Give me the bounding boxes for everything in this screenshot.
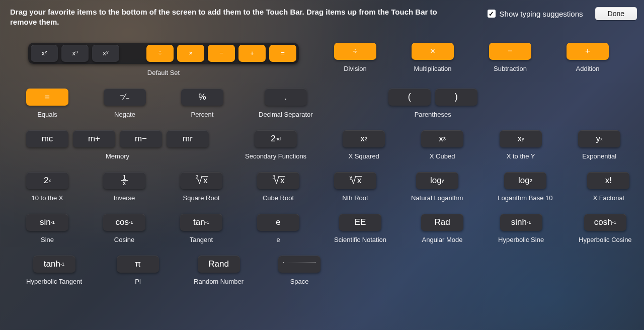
item-cube-root[interactable]: 3√x Cube Root <box>257 172 299 202</box>
key-sub: − <box>208 45 235 62</box>
item-multiplication[interactable]: × Multiplication <box>412 43 454 76</box>
key-mc: mc <box>26 130 68 147</box>
item-x-to-y[interactable]: xy X to the Y <box>500 130 542 160</box>
caption: Random Number <box>194 278 244 285</box>
item-inverse[interactable]: 1x Inverse <box>103 172 145 202</box>
ln-icon: logy <box>416 172 458 189</box>
ee-icon: EE <box>339 214 381 231</box>
caption: Hyperbolic Tangent <box>26 278 82 285</box>
cosh-icon: cosh-1 <box>584 214 626 231</box>
item-equals[interactable]: = Equals <box>26 89 68 118</box>
item-rad[interactable]: Rad Angular Mode <box>421 214 463 243</box>
item-memory[interactable]: mc m+ m− mr Memory <box>26 130 209 160</box>
item-cosine[interactable]: cos-1 Cosine <box>103 214 145 243</box>
caption: Natural Logarithm <box>411 194 463 202</box>
caption: Inverse <box>114 194 135 202</box>
secondary-icon: 2nd <box>255 130 297 147</box>
item-rand[interactable]: Rand Random Number <box>194 256 244 285</box>
caption: Secondary Functions <box>245 152 306 160</box>
minus-icon: − <box>489 43 531 60</box>
item-10-to-x[interactable]: 2x 10 to the X <box>26 172 68 202</box>
show-typing-label: Show typing suggestions <box>500 10 583 18</box>
caption: Cosine <box>114 236 134 243</box>
ten-to-x-icon: 2x <box>26 172 68 189</box>
item-square-root[interactable]: 2√x Square Root <box>180 172 222 202</box>
key-xy: xʸ <box>92 45 119 62</box>
caption: Division <box>344 65 367 72</box>
divide-icon: ÷ <box>334 43 376 60</box>
sqrt-icon: 2√x <box>180 172 222 189</box>
rad-icon: Rad <box>421 214 463 231</box>
item-space[interactable]: Space <box>278 256 320 285</box>
show-typing-suggestions-toggle[interactable]: ✓ Show typing suggestions <box>488 10 583 18</box>
x-cubed-icon: x3 <box>421 130 463 147</box>
touchbar-items-grid: x² x³ xʸ ÷ × − + = Default Set ÷ Divisio… <box>0 28 644 285</box>
cosine-icon: cos-1 <box>103 214 145 231</box>
sine-icon: sin-1 <box>26 214 68 231</box>
caption: Logarithm Base 10 <box>498 194 552 202</box>
item-sinh[interactable]: sinh-1 Hyperbolic Sine <box>498 214 544 243</box>
instructions-text: Drag your favorite items to the bottom o… <box>10 7 453 28</box>
key-eq: = <box>269 45 296 62</box>
caption: Tangent <box>190 236 213 243</box>
multiply-icon: × <box>412 43 454 60</box>
item-negate[interactable]: ⁺⁄₋ Negate <box>104 89 146 118</box>
caption: Subtraction <box>494 65 527 72</box>
key-mul: × <box>177 45 204 62</box>
caption: Hyperbolic Sine <box>498 236 544 243</box>
item-sine[interactable]: sin-1 Sine <box>26 214 68 243</box>
factorial-icon: x! <box>587 172 629 189</box>
key-mplus: m+ <box>73 130 115 147</box>
item-ee[interactable]: EE Scientific Notation <box>334 214 386 243</box>
item-log10[interactable]: log2 Logarithm Base 10 <box>498 172 552 202</box>
caption: Space <box>290 278 309 285</box>
item-tanh[interactable]: tanh-1 Hyperbolic Tangent <box>26 256 82 285</box>
paren-left-icon: ( <box>388 89 431 106</box>
key-x2: x² <box>31 45 58 62</box>
item-ln[interactable]: logy Natural Logarithm <box>411 172 463 202</box>
item-x-cubed[interactable]: x3 X Cubed <box>421 130 463 160</box>
caption: Pi <box>135 278 141 285</box>
item-exponential[interactable]: yx Exponential <box>578 130 620 160</box>
key-div: ÷ <box>146 45 174 62</box>
item-percent[interactable]: % Percent <box>181 89 223 118</box>
caption: Square Root <box>183 194 220 202</box>
item-parentheses[interactable]: ( ) Parentheses <box>388 89 477 118</box>
item-pi[interactable]: π Pi <box>117 256 159 285</box>
cbrt-icon: 3√x <box>257 172 299 189</box>
item-default-set[interactable]: x² x³ xʸ ÷ × − + = Default Set <box>28 43 299 76</box>
caption: Angular Mode <box>422 236 463 243</box>
key-mr: mr <box>167 130 209 147</box>
item-tangent[interactable]: tan-1 Tangent <box>180 214 222 243</box>
item-secondary[interactable]: 2nd Secondary Functions <box>245 130 306 160</box>
item-decimal[interactable]: . Decimal Separator <box>259 89 313 118</box>
done-button[interactable]: Done <box>595 7 637 20</box>
log10-icon: log2 <box>504 172 546 189</box>
caption: Sine <box>41 236 54 243</box>
item-addition[interactable]: + Addition <box>567 43 609 76</box>
caption: Parentheses <box>415 111 451 118</box>
caption: Exponential <box>582 152 616 160</box>
key-mminus: m− <box>120 130 162 147</box>
item-nth-root[interactable]: y√x Nth Root <box>334 172 376 202</box>
item-factorial[interactable]: x! X Factorial <box>587 172 629 202</box>
e-icon: e <box>257 214 299 231</box>
caption: X Factorial <box>593 194 624 202</box>
percent-icon: % <box>181 89 223 106</box>
rand-icon: Rand <box>198 256 240 273</box>
caption: Nth Root <box>342 194 368 202</box>
caption: Memory <box>106 152 129 160</box>
negate-icon: ⁺⁄₋ <box>104 89 146 106</box>
check-icon: ✓ <box>488 10 496 18</box>
key-add: + <box>238 45 266 62</box>
space-icon <box>278 256 320 273</box>
item-cosh[interactable]: cosh-1 Hyperbolic Cosine <box>579 214 632 243</box>
x-squared-icon: x2 <box>343 130 385 147</box>
item-x-squared[interactable]: x2 X Squared <box>343 130 385 160</box>
caption: Hyperbolic Cosine <box>579 236 632 243</box>
caption: Equals <box>37 111 57 118</box>
item-subtraction[interactable]: − Subtraction <box>489 43 531 76</box>
item-e[interactable]: e e <box>257 214 299 243</box>
item-division[interactable]: ÷ Division <box>334 43 376 76</box>
caption: X Cubed <box>430 152 455 160</box>
